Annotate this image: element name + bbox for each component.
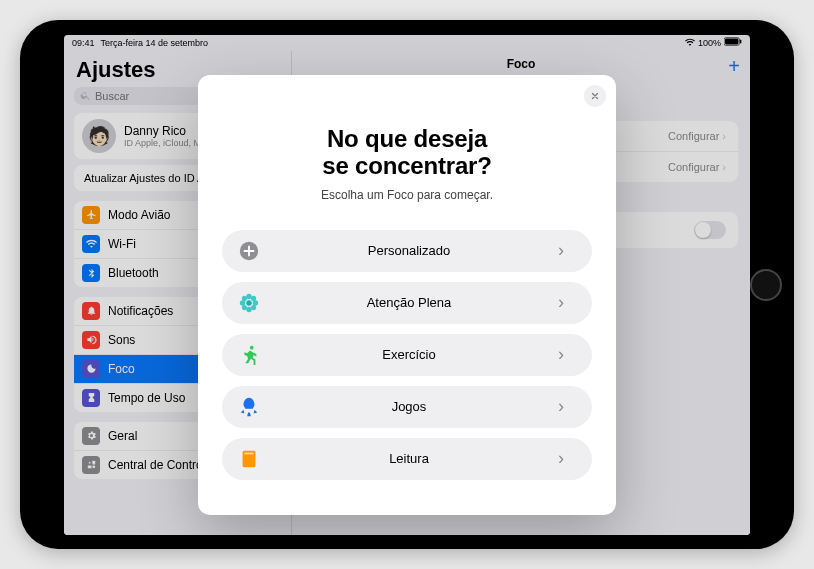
rocket-icon	[238, 396, 260, 418]
svg-point-9	[246, 306, 252, 312]
svg-point-8	[246, 294, 252, 300]
focus-chooser-modal: No que deseja se concentrar? Escolha um …	[198, 75, 616, 515]
close-button[interactable]	[584, 85, 606, 107]
focus-option-label: Leitura	[260, 451, 558, 466]
svg-rect-19	[244, 452, 253, 454]
home-button[interactable]	[750, 269, 782, 301]
focus-option-exercício[interactable]: Exercício›	[222, 334, 592, 376]
focus-option-jogos[interactable]: Jogos›	[222, 386, 592, 428]
modal-heading: No que deseja se concentrar?	[222, 125, 592, 180]
chevron-right-icon: ›	[558, 344, 576, 365]
focus-option-atenção-plena[interactable]: Atenção Plena›	[222, 282, 592, 324]
focus-option-label: Atenção Plena	[260, 295, 558, 310]
book-icon	[238, 448, 260, 470]
svg-point-15	[251, 305, 256, 310]
chevron-right-icon: ›	[558, 396, 576, 417]
screen: 09:41 Terça-feira 14 de setembro 100% Aj…	[64, 35, 750, 535]
modal-sub: Escolha um Foco para começar.	[222, 188, 592, 202]
svg-point-14	[242, 305, 247, 310]
svg-point-17	[250, 346, 254, 350]
focus-option-label: Personalizado	[260, 243, 558, 258]
svg-point-13	[251, 296, 256, 301]
svg-point-10	[240, 300, 246, 306]
focus-options: Personalizado›Atenção Plena›Exercício›Jo…	[222, 230, 592, 480]
chevron-right-icon: ›	[558, 448, 576, 469]
close-icon	[590, 91, 600, 101]
svg-point-12	[242, 296, 247, 301]
mind-icon	[238, 292, 260, 314]
focus-option-leitura[interactable]: Leitura›	[222, 438, 592, 480]
chevron-right-icon: ›	[558, 292, 576, 313]
focus-option-label: Jogos	[260, 399, 558, 414]
focus-option-personalizado[interactable]: Personalizado›	[222, 230, 592, 272]
svg-point-16	[246, 300, 252, 306]
focus-option-label: Exercício	[260, 347, 558, 362]
svg-point-11	[253, 300, 258, 306]
run-icon	[238, 344, 260, 366]
ipad-frame: 09:41 Terça-feira 14 de setembro 100% Aj…	[20, 20, 794, 549]
plus-icon	[238, 240, 260, 262]
chevron-right-icon: ›	[558, 240, 576, 261]
